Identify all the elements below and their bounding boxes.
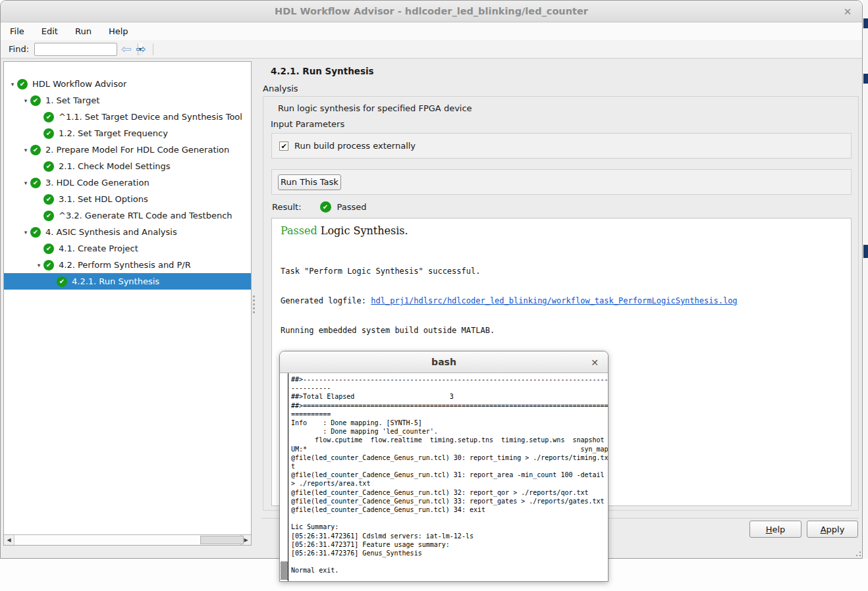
apply-button[interactable]: Apply xyxy=(807,521,858,538)
run-externally-label: Run build process externally xyxy=(294,141,416,151)
result-label: Result: xyxy=(272,202,302,212)
tree-item-label: 4.2.1. Run Synthesis xyxy=(72,276,159,286)
find-previous-icon[interactable]: ⇦ xyxy=(121,43,132,55)
run-task-box: Run This Task xyxy=(271,169,852,195)
window-resize-grip[interactable] xyxy=(855,551,861,557)
tree-item[interactable]: ▾✔3. HDL Code Generation xyxy=(4,174,251,191)
tree-item[interactable]: ▾✔1. Set Target xyxy=(4,92,251,109)
tree-item-label: 4.2. Perform Synthesis and P/R xyxy=(59,260,191,270)
tree-item[interactable]: ✔4.2.1. Run Synthesis xyxy=(4,273,251,290)
passed-check-icon: ✔ xyxy=(43,244,54,254)
analysis-section-label: Analysis xyxy=(263,84,298,93)
passed-check-icon: ✔ xyxy=(17,79,28,90)
chevron-down-icon: ▼ xyxy=(139,47,142,51)
window-titlebar[interactable]: HDL Workflow Advisor - hdlcoder_led_blin… xyxy=(1,1,862,22)
task-title: 4.2.1. Run Synthesis xyxy=(271,66,374,76)
help-accel: H xyxy=(766,525,773,534)
terminal-title: bash xyxy=(431,357,456,367)
workflow-tree: ▾✔HDL Workflow Advisor▾✔1. Set Target✔^1… xyxy=(4,76,251,290)
tree-item[interactable]: ✔^1.1. Set Target Device and Synthesis T… xyxy=(4,109,251,125)
apply-accel: A xyxy=(821,525,827,534)
tree-item[interactable]: ▾✔4. ASIC Synthesis and Analysis xyxy=(4,224,251,240)
tree-item-label: ^3.2. Generate RTL Code and Testbench xyxy=(59,211,232,220)
terminal-output: ##>-------------------------------------… xyxy=(291,375,608,581)
expand-caret-icon[interactable]: ▾ xyxy=(21,180,30,186)
passed-check-icon: ✔ xyxy=(43,128,54,139)
log-line-prefix: Generated logfile: xyxy=(281,296,371,305)
window-title: HDL Workflow Advisor - hdlcoder_led_blin… xyxy=(275,6,588,16)
background-window-accent xyxy=(863,245,868,258)
menu-help[interactable]: Help xyxy=(109,26,128,36)
menu-file[interactable]: File xyxy=(10,26,24,36)
tree-horizontal-scrollbar[interactable]: ◀ ▶ xyxy=(4,534,251,545)
help-button[interactable]: Help xyxy=(749,521,801,538)
result-status: Passed xyxy=(337,202,367,212)
tree-item-label: 3. HDL Code Generation xyxy=(45,178,149,188)
log-line: Running embedded system build outside MA… xyxy=(281,326,738,336)
scrollbar-track[interactable] xyxy=(14,535,240,545)
expand-caret-icon[interactable]: ▾ xyxy=(34,262,43,269)
passed-check-icon: ✔ xyxy=(30,178,41,188)
help-rest: elp xyxy=(772,525,785,534)
tree-item-label: 1. Set Target xyxy=(45,95,99,105)
tree-item[interactable]: ✔4.1. Create Project xyxy=(4,240,251,257)
scrollbar-thumb[interactable] xyxy=(200,536,244,544)
tree-item[interactable]: ✔1.2. Set Target Frequency xyxy=(4,125,251,141)
tree-item-label: 4. ASIC Synthesis and Analysis xyxy=(45,227,177,237)
tree-item-label: 3.1. Set HDL Options xyxy=(59,194,148,204)
tree-item[interactable]: ✔^3.2. Generate RTL Code and Testbench xyxy=(4,207,251,224)
workflow-tree-panel: ▾✔HDL Workflow Advisor▾✔1. Set Target✔^1… xyxy=(3,61,252,546)
log-line: Generated logfile: hdl_prj1/hdlsrc/hdlco… xyxy=(281,296,738,306)
menu-edit[interactable]: Edit xyxy=(41,26,58,36)
tree-item-label: 4.1. Create Project xyxy=(59,244,138,253)
apply-rest: pply xyxy=(827,525,845,534)
passed-check-icon: ✔ xyxy=(57,276,67,287)
tree-item[interactable]: ▾✔2. Prepare Model For HDL Code Generati… xyxy=(4,141,251,158)
passed-check-icon: ✔ xyxy=(30,227,41,238)
menubar: File Edit Run Help xyxy=(1,22,862,40)
passed-check-icon: ✔ xyxy=(43,112,54,122)
task-description: Run logic synthesis for specified FPGA d… xyxy=(278,103,472,113)
terminal-close-icon[interactable]: ✕ xyxy=(589,357,601,369)
scroll-left-icon[interactable]: ◀ xyxy=(4,535,14,545)
background-window-accent xyxy=(863,74,868,84)
input-parameters-label: Input Parameters xyxy=(271,119,344,129)
heading-rest: Logic Synthesis. xyxy=(317,224,408,237)
terminal-scrollbar[interactable] xyxy=(280,373,288,581)
panel-splitter-handle[interactable] xyxy=(253,296,256,315)
terminal-titlebar[interactable]: bash ✕ xyxy=(280,351,608,373)
passed-check-icon: ✔ xyxy=(30,145,41,155)
menu-run[interactable]: Run xyxy=(75,26,92,36)
tree-item[interactable]: ▾✔HDL Workflow Advisor xyxy=(4,76,251,92)
run-externally-checkbox[interactable]: ✔ xyxy=(279,141,288,151)
expand-caret-icon[interactable]: ▾ xyxy=(21,229,30,236)
find-toolbar: Find: ▼ ⇦ ⇨ xyxy=(1,40,862,59)
terminal-body: ##>-------------------------------------… xyxy=(280,373,608,581)
result-row: Result: ✔ Passed xyxy=(272,201,367,213)
find-label: Find: xyxy=(9,44,29,54)
tree-item[interactable]: ✔2.1. Check Model Settings xyxy=(4,158,251,174)
tree-item[interactable]: ▾✔4.2. Perform Synthesis and P/R xyxy=(4,257,251,273)
terminal-scrollbar-thumb[interactable] xyxy=(281,561,288,580)
logfile-link[interactable]: hdl_prj1/hdlsrc/hdlcoder_led_blinking/wo… xyxy=(371,296,737,305)
expand-caret-icon[interactable]: ▾ xyxy=(21,147,30,153)
background-window-sliver xyxy=(863,0,868,559)
toolbar-separator xyxy=(153,43,153,55)
result-heading: Passed Logic Synthesis. xyxy=(281,224,408,237)
expand-caret-icon[interactable]: ▾ xyxy=(21,97,30,104)
passed-check-icon: ✔ xyxy=(30,95,41,106)
tree-item-label: 1.2. Set Target Frequency xyxy=(59,128,168,138)
tree-item-label: 2. Prepare Model For HDL Code Generation xyxy=(45,145,229,155)
passed-check-icon: ✔ xyxy=(43,260,54,270)
bash-terminal-window[interactable]: bash ✕ ##>------------------------------… xyxy=(279,351,609,582)
input-parameters-box: ✔ Run build process externally xyxy=(271,133,852,159)
tree-item[interactable]: ✔3.1. Set HDL Options xyxy=(4,191,251,207)
find-combobox[interactable]: ▼ xyxy=(34,43,117,56)
window-close-icon[interactable]: ✕ xyxy=(841,5,854,18)
passed-check-icon: ✔ xyxy=(320,201,331,213)
expand-caret-icon[interactable]: ▾ xyxy=(8,81,17,88)
log-line: Task "Perform Logic Synthesis" successfu… xyxy=(281,267,738,276)
run-this-task-button[interactable]: Run This Task xyxy=(278,174,341,190)
passed-check-icon: ✔ xyxy=(43,161,54,172)
passed-check-icon: ✔ xyxy=(43,194,54,205)
